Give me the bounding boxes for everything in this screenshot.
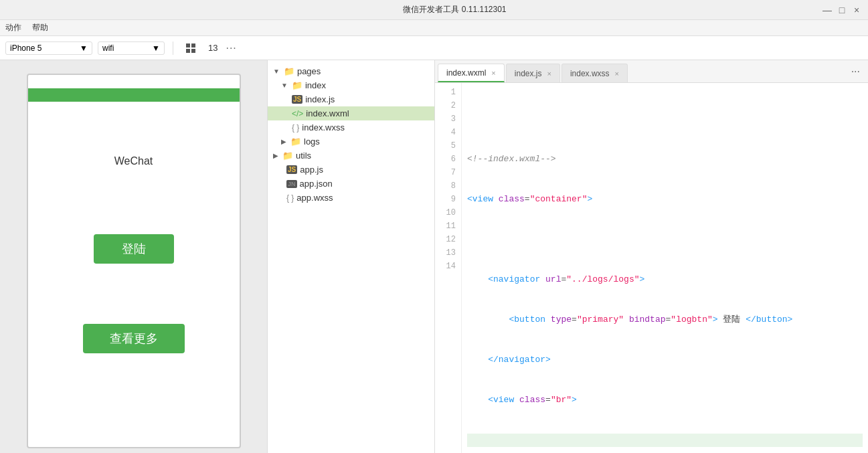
- tab-index-wxss[interactable]: index.wxss ×: [561, 64, 628, 82]
- network-selector[interactable]: wifi ▼: [98, 41, 165, 55]
- toolbar: iPhone 5 ▼ wifi ▼ 13 ···: [0, 36, 868, 60]
- svg-rect-2: [186, 49, 190, 53]
- ln-14: 14: [438, 260, 456, 273]
- editor-panel: index.wxml × index.js × index.wxss × ···…: [435, 60, 868, 453]
- ln-6: 6: [438, 153, 456, 166]
- tab-label-js: index.js: [515, 69, 542, 78]
- wxss-icon-app: { }: [286, 193, 294, 203]
- ln-10: 10: [438, 206, 456, 219]
- ln-7: 7: [438, 166, 456, 179]
- more-button[interactable]: 查看更多: [83, 324, 185, 353]
- label-app-json: app.json: [300, 179, 333, 189]
- app-title: 微信开发者工具 0.11.112301: [87, 4, 822, 15]
- ln-4: 4: [438, 126, 456, 139]
- minimize-button[interactable]: —: [822, 5, 832, 15]
- label-logs: logs: [304, 137, 320, 147]
- ln-9: 9: [438, 193, 456, 206]
- label-index: index: [305, 80, 326, 90]
- device-label: iPhone 5: [10, 43, 41, 53]
- line-numbers: 1 2 3 4 5 6 7 8 9 10 11 12 13 14: [435, 83, 462, 453]
- tab-close-js[interactable]: ×: [547, 70, 551, 78]
- ln-8: 8: [438, 179, 456, 193]
- title-bar: 微信开发者工具 0.11.112301 — □ ×: [0, 0, 868, 20]
- tab-index-js[interactable]: index.js ×: [506, 64, 560, 82]
- phone-content: WeChat 登陆 查看更多: [28, 102, 240, 434]
- grid-icon[interactable]: [181, 39, 200, 58]
- ln-3: 3: [438, 112, 456, 126]
- network-label: wifi: [102, 43, 114, 53]
- preview-panel: WeChat 登陆 查看更多: [0, 60, 268, 453]
- code-line-9: [467, 434, 863, 447]
- svg-rect-3: [191, 49, 195, 53]
- svg-rect-0: [186, 43, 190, 48]
- tree-item-app-json[interactable]: JN app.json: [268, 177, 434, 191]
- tree-item-pages[interactable]: ▼ 📁 pages: [268, 64, 434, 78]
- tree-item-index[interactable]: ▼ 📁 index: [268, 78, 434, 92]
- code-line-2: <!--index.wxml-->: [467, 153, 863, 166]
- tree-item-logs[interactable]: ▶ 📁 logs: [268, 134, 434, 149]
- arrow-index: ▼: [281, 82, 288, 89]
- ln-1: 1: [438, 86, 456, 99]
- arrow-utils: ▶: [273, 152, 278, 159]
- code-editor[interactable]: 1 2 3 4 5 6 7 8 9 10 11 12 13 14 <!--ind…: [435, 83, 868, 453]
- wxss-icon-index: { }: [292, 123, 299, 132]
- tree-item-index-wxml[interactable]: </> index.wxml: [268, 106, 434, 120]
- line-count: 13: [205, 43, 220, 53]
- tab-close-wxss[interactable]: ×: [615, 70, 619, 78]
- phone-frame: WeChat 登陆 查看更多: [27, 74, 241, 448]
- arrow-pages: ▼: [273, 68, 280, 75]
- login-button[interactable]: 登陆: [94, 234, 174, 264]
- code-line-4: [467, 233, 863, 246]
- label-index-wxml: index.wxml: [306, 108, 349, 118]
- label-app-wxss: app.wxss: [296, 193, 333, 203]
- ln-12: 12: [438, 233, 456, 246]
- ln-2: 2: [438, 99, 456, 112]
- tree-item-app-js[interactable]: JS app.js: [268, 163, 434, 177]
- tab-label-wxss: index.wxss: [570, 69, 610, 78]
- label-index-js: index.js: [305, 94, 335, 104]
- wxml-icon-index: </>: [292, 109, 303, 118]
- editor-tabs: index.wxml × index.js × index.wxss × ···: [435, 60, 868, 83]
- folder-icon-index: 📁: [292, 80, 302, 90]
- tree-item-utils[interactable]: ▶ 📁 utils: [268, 149, 434, 163]
- label-index-wxss: index.wxss: [302, 122, 345, 132]
- filetree-panel: ▼ 📁 pages ▼ 📁 index JS index.js </> inde…: [268, 60, 435, 453]
- tab-close-wxml[interactable]: ×: [491, 69, 495, 77]
- label-pages: pages: [297, 66, 321, 76]
- window-controls: — □ ×: [822, 5, 861, 15]
- code-line-3: <view class="container">: [467, 193, 863, 206]
- device-arrow: ▼: [80, 43, 88, 53]
- folder-icon-utils: 📁: [282, 151, 293, 161]
- code-content[interactable]: <!--index.wxml--> <view class="container…: [462, 83, 868, 453]
- js-icon-app: JS: [286, 165, 297, 174]
- ln-11: 11: [438, 219, 456, 233]
- ln-5: 5: [438, 139, 456, 153]
- wechat-title: WeChat: [114, 155, 153, 167]
- device-selector[interactable]: iPhone 5 ▼: [5, 41, 92, 55]
- tab-index-wxml[interactable]: index.wxml ×: [438, 64, 505, 82]
- maximize-button[interactable]: □: [837, 5, 847, 15]
- tree-item-app-wxss[interactable]: { } app.wxss: [268, 191, 434, 205]
- phone-status-bar: [28, 88, 240, 102]
- menu-help[interactable]: 帮助: [32, 22, 48, 33]
- folder-icon-logs: 📁: [290, 137, 301, 147]
- label-app-js: app.js: [300, 165, 323, 175]
- tab-label-wxml: index.wxml: [446, 68, 486, 78]
- menu-action[interactable]: 动作: [5, 22, 21, 33]
- toolbar-divider-1: [173, 41, 173, 55]
- svg-rect-1: [191, 43, 195, 48]
- code-line-7: </navigator>: [467, 353, 863, 367]
- js-icon-index: JS: [292, 95, 302, 104]
- close-button[interactable]: ×: [852, 5, 861, 15]
- label-utils: utils: [296, 151, 311, 161]
- code-line-5: <navigator url="../logs/logs">: [467, 273, 863, 286]
- tree-item-index-wxss[interactable]: { } index.wxss: [268, 120, 434, 134]
- toolbar-dots[interactable]: ···: [226, 42, 236, 54]
- arrow-logs: ▶: [281, 138, 286, 145]
- network-arrow: ▼: [152, 43, 160, 53]
- json-icon-app: JN: [286, 180, 297, 188]
- menu-bar: 动作 帮助: [0, 20, 868, 36]
- tabs-more[interactable]: ···: [846, 60, 865, 82]
- tree-item-index-js[interactable]: JS index.js: [268, 92, 434, 106]
- ln-13: 13: [438, 246, 456, 260]
